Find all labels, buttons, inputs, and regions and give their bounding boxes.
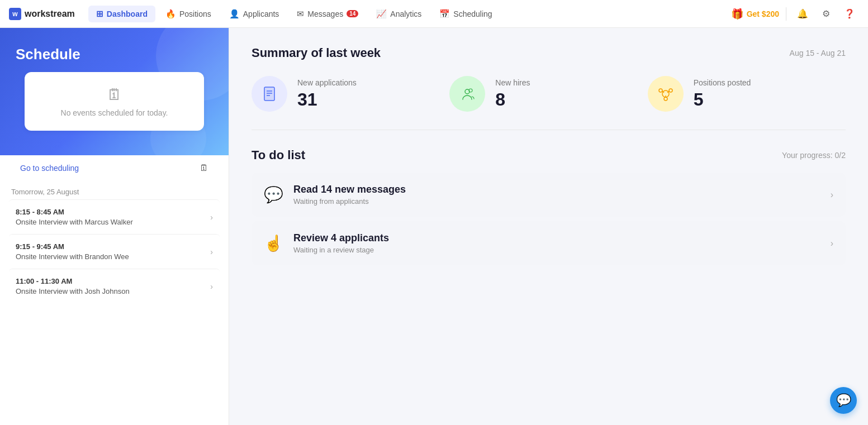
stat-value-hires: 8: [495, 89, 530, 110]
todo-items-list: 💬 Read 14 new messages Waiting from appl…: [252, 173, 846, 265]
todo-item-messages-sub: Waiting from applicants: [293, 197, 820, 206]
schedule-time-2: 11:00 - 11:30 AM: [16, 277, 130, 285]
chevron-icon-1: ›: [210, 247, 213, 256]
brand-icon: w: [9, 8, 21, 20]
chevron-icon-0: ›: [210, 213, 213, 222]
stat-value-applications: 31: [297, 89, 357, 110]
stat-text-applications: New applications 31: [297, 78, 357, 110]
summary-date: Aug 15 - Aug 21: [790, 49, 846, 58]
todo-review-chevron: ›: [831, 238, 833, 249]
schedule-item-1[interactable]: 9:15 - 9:45 AM Onsite Interview with Bra…: [9, 234, 220, 269]
todo-item-review[interactable]: ☝ Review 4 applicants Waiting in a revie…: [252, 221, 846, 265]
no-events-card: 🗓 No events scheduled for today.: [25, 72, 204, 131]
applications-svg: [261, 85, 278, 102]
dashboard-icon: ⊞: [96, 9, 103, 19]
nav-item-scheduling[interactable]: 📅 Scheduling: [431, 6, 500, 22]
schedule-item-0[interactable]: 8:15 - 8:45 AM Onsite Interview with Mar…: [9, 199, 220, 234]
schedule-header: Schedule 🗓 No events scheduled for today…: [0, 28, 229, 155]
summary-header: Summary of last week Aug 15 - Aug 21: [252, 46, 846, 60]
nav-label-positions: Positions: [179, 9, 211, 18]
stat-icon-positions: [648, 76, 684, 112]
content-area: Summary of last week Aug 15 - Aug 21 New…: [229, 28, 868, 425]
nav-item-messages[interactable]: ✉ Messages 14: [289, 6, 366, 22]
settings-button[interactable]: ⚙: [817, 4, 836, 23]
todo-item-messages-content: Read 14 new messages Waiting from applic…: [293, 184, 820, 206]
hires-svg: [459, 85, 476, 102]
tomorrow-label: Tomorrow, 25 August: [0, 181, 229, 199]
goto-scheduling-button[interactable]: Go to scheduling 🗓: [9, 157, 220, 179]
svg-point-10: [664, 97, 667, 101]
analytics-icon: 📈: [376, 9, 387, 19]
schedule-title: Schedule: [16, 46, 213, 63]
stat-new-applications: New applications 31: [252, 76, 449, 112]
stat-label-applications: New applications: [297, 78, 357, 87]
applicants-icon: 👤: [229, 9, 240, 19]
schedule-desc-2: Onsite Interview with Josh Johnson: [16, 287, 130, 295]
stat-text-positions: Positions posted 5: [694, 78, 751, 110]
todo-item-review-content: Review 4 applicants Waiting in a review …: [293, 232, 820, 254]
nav-items: ⊞ Dashboard 🔥 Positions 👤 Applicants ✉ M…: [88, 6, 731, 22]
messages-icon: ✉: [297, 9, 304, 19]
stat-value-positions: 5: [694, 89, 751, 110]
svg-point-9: [669, 89, 672, 92]
todo-review-icon: ☝: [264, 234, 283, 252]
stat-text-hires: New hires 8: [495, 78, 530, 110]
chevron-icon-2: ›: [210, 282, 213, 291]
reward-label: Get $200: [747, 9, 779, 18]
stat-icon-applications: [252, 76, 287, 112]
help-button[interactable]: ❓: [840, 4, 859, 23]
notifications-button[interactable]: 🔔: [793, 4, 812, 23]
schedule-time-0: 8:15 - 8:45 AM: [16, 208, 133, 216]
stats-row: New applications 31 New hires 8: [252, 76, 846, 130]
nav-label-messages: Messages: [307, 9, 343, 18]
nav-label-scheduling: Scheduling: [453, 9, 492, 18]
stat-label-hires: New hires: [495, 78, 530, 87]
goto-cal-icon: 🗓: [200, 163, 208, 173]
chat-bubble-button[interactable]: 💬: [830, 387, 857, 414]
nav-item-positions[interactable]: 🔥 Positions: [158, 6, 219, 22]
calendar-icon: 🗓: [107, 85, 122, 104]
gift-icon: 🎁: [731, 8, 743, 20]
todo-item-messages[interactable]: 💬 Read 14 new messages Waiting from appl…: [252, 173, 846, 217]
todo-progress: Your progress: 0/2: [782, 151, 846, 160]
nav-label-analytics: Analytics: [390, 9, 421, 18]
stat-icon-hires: [449, 76, 485, 112]
svg-rect-0: [264, 87, 274, 101]
schedule-item-1-info: 9:15 - 9:45 AM Onsite Interview with Bra…: [16, 242, 129, 261]
sidebar: Schedule 🗓 No events scheduled for today…: [0, 28, 229, 425]
todo-title: To do list: [252, 148, 305, 163]
reward-button[interactable]: 🎁 Get $200: [731, 8, 779, 20]
nav-label-applicants: Applicants: [243, 9, 279, 18]
positions-icon: 🔥: [165, 9, 176, 19]
stat-positions: Positions posted 5: [648, 76, 846, 112]
todo-messages-chevron: ›: [831, 190, 833, 200]
nav-item-dashboard[interactable]: ⊞ Dashboard: [88, 6, 155, 22]
svg-point-8: [659, 89, 662, 92]
nav-divider: [786, 7, 786, 21]
positions-svg: [657, 85, 674, 102]
scheduling-icon: 📅: [439, 9, 450, 19]
todo-header: To do list Your progress: 0/2: [252, 148, 846, 163]
nav-label-dashboard: Dashboard: [107, 9, 148, 18]
main-layout: Schedule 🗓 No events scheduled for today…: [0, 28, 868, 425]
brand-logo-area[interactable]: w workstream: [9, 8, 75, 20]
schedule-time-1: 9:15 - 9:45 AM: [16, 242, 129, 251]
schedule-items-list: 8:15 - 8:45 AM Onsite Interview with Mar…: [0, 199, 229, 303]
stat-label-positions: Positions posted: [694, 78, 751, 87]
no-events-text: No events scheduled for today.: [61, 108, 168, 117]
topnav-right: 🎁 Get $200 🔔 ⚙ ❓: [731, 4, 859, 23]
stat-new-hires: New hires 8: [449, 76, 647, 112]
schedule-desc-0: Onsite Interview with Marcus Walker: [16, 218, 133, 226]
top-navigation: w workstream ⊞ Dashboard 🔥 Positions 👤 A…: [0, 0, 868, 28]
todo-item-review-sub: Waiting in a review stage: [293, 246, 820, 254]
todo-item-messages-title: Read 14 new messages: [293, 184, 820, 195]
messages-badge: 14: [347, 10, 358, 17]
schedule-item-2-info: 11:00 - 11:30 AM Onsite Interview with J…: [16, 277, 130, 295]
nav-item-applicants[interactable]: 👤 Applicants: [221, 6, 287, 22]
goto-scheduling-label: Go to scheduling: [20, 164, 79, 173]
summary-title: Summary of last week: [252, 46, 381, 60]
todo-item-review-title: Review 4 applicants: [293, 232, 820, 244]
nav-item-analytics[interactable]: 📈 Analytics: [368, 6, 429, 22]
schedule-desc-1: Onsite Interview with Brandon Wee: [16, 252, 129, 261]
schedule-item-2[interactable]: 11:00 - 11:30 AM Onsite Interview with J…: [9, 269, 220, 303]
